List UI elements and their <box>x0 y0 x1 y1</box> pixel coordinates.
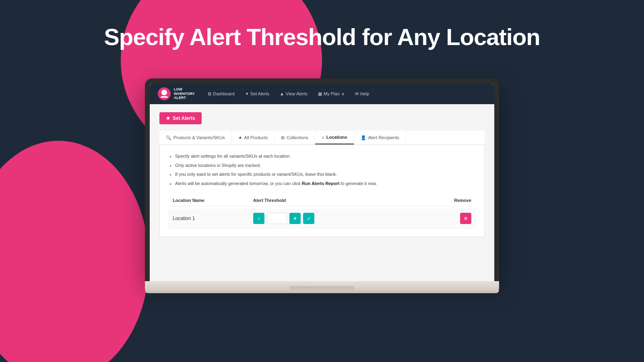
tab-alert-recipients[interactable]: 👤 Alert Recipients <box>354 131 406 144</box>
run-alerts-link[interactable]: Run Alerts Report <box>302 181 340 186</box>
tab-all-products[interactable]: ★ All Products <box>232 131 275 144</box>
logo-text: LOW INVENTORY ALERT <box>174 87 195 100</box>
header-remove: Remove <box>439 198 471 203</box>
tab-bar: 🔍 Products & Variants/SKUs ★ All Product… <box>159 131 485 145</box>
bg-decoration-arc <box>0 141 149 362</box>
nav-my-plan[interactable]: ▦ My Plan ∨ <box>314 89 349 99</box>
logo-icon <box>158 87 171 100</box>
header-alert-threshold: Alert Threshold <box>253 198 439 203</box>
locations-icon: ⌂ <box>322 135 324 140</box>
help-icon: ✉ <box>355 91 359 97</box>
my-plan-icon: ▦ <box>318 91 322 97</box>
table-header: Location Name Alert Threshold Remove <box>168 195 476 206</box>
search-icon: 🔍 <box>166 135 171 140</box>
laptop-mockup: LOW INVENTORY ALERT ⊞ Dashboard ✦ Set Al… <box>145 78 499 293</box>
threshold-controls: - + ✓ <box>253 213 439 224</box>
nav-set-alerts[interactable]: ✦ Set Alerts <box>241 89 273 99</box>
location-name-cell: Location 1 <box>173 216 253 221</box>
laptop-stand <box>145 290 499 293</box>
info-bullet-4: Alerts will be automatically generated t… <box>175 180 476 187</box>
view-alerts-icon: ▲ <box>280 91 284 96</box>
info-list: Specify alert settings for all variants/… <box>168 153 476 187</box>
remove-cell: × <box>439 213 471 224</box>
confirm-button[interactable]: ✓ <box>303 213 314 224</box>
nav-dashboard[interactable]: ⊞ Dashboard <box>204 89 239 99</box>
page-title-section: Specify Alert Threshold for Any Location <box>0 24 644 50</box>
threshold-input[interactable] <box>267 213 287 224</box>
chevron-down-icon: ∨ <box>341 91 345 97</box>
tab-products-variants[interactable]: 🔍 Products & Variants/SKUs <box>159 131 232 144</box>
info-bullet-1: Specify alert settings for all variants/… <box>175 153 476 160</box>
info-bullet-2: Only active locations in Shopify are tra… <box>175 162 476 169</box>
star-tab-icon: ★ <box>238 135 242 140</box>
tab-locations[interactable]: ⌂ Locations <box>315 131 354 144</box>
header-location-name: Location Name <box>173 198 253 203</box>
set-alerts-button[interactable]: ★ Set Alerts <box>159 112 202 124</box>
app-logo: LOW INVENTORY ALERT <box>158 87 195 100</box>
nav-view-alerts[interactable]: ▲ View Alerts <box>276 89 312 99</box>
star-icon: ★ <box>166 115 170 121</box>
remove-button[interactable]: × <box>460 213 471 224</box>
nav-help[interactable]: ✉ Help <box>351 89 374 99</box>
collections-icon: ⊞ <box>281 135 285 140</box>
info-bullet-3: If you only want to set alerts for speci… <box>175 171 476 178</box>
page-title: Specify Alert Threshold for Any Location <box>0 24 644 50</box>
laptop-screen: LOW INVENTORY ALERT ⊞ Dashboard ✦ Set Al… <box>150 83 494 281</box>
table-row: Location 1 - + ✓ × <box>168 209 476 228</box>
laptop-base <box>145 281 499 290</box>
laptop-body: LOW INVENTORY ALERT ⊞ Dashboard ✦ Set Al… <box>145 78 499 293</box>
dashboard-icon: ⊞ <box>208 91 211 97</box>
tab-collections[interactable]: ⊞ Collections <box>275 131 315 144</box>
app-content: ★ Set Alerts 🔍 Products & Variants/SKUs … <box>150 104 494 281</box>
set-alerts-icon: ✦ <box>245 91 249 97</box>
decrement-button[interactable]: - <box>253 213 264 224</box>
app-navbar: LOW INVENTORY ALERT ⊞ Dashboard ✦ Set Al… <box>150 83 494 104</box>
increment-button[interactable]: + <box>289 213 301 224</box>
locations-panel: Specify alert settings for all variants/… <box>159 145 485 237</box>
laptop-screen-frame: LOW INVENTORY ALERT ⊞ Dashboard ✦ Set Al… <box>145 78 499 281</box>
recipients-icon: 👤 <box>361 135 366 140</box>
